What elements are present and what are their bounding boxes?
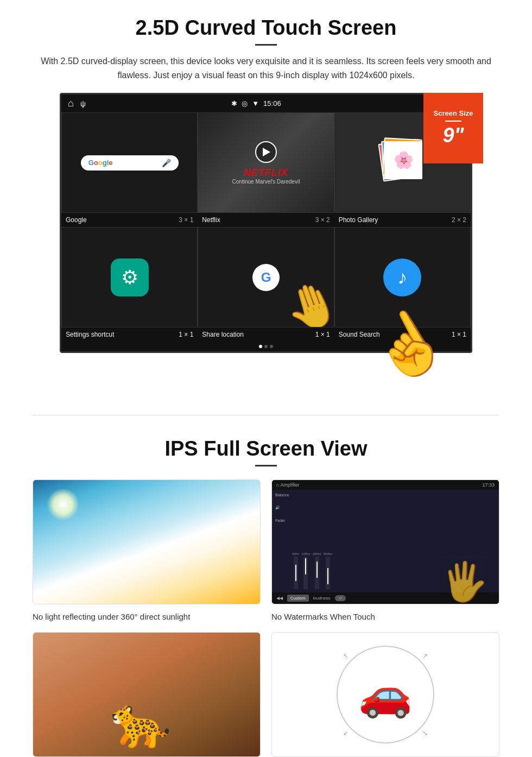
flower-icon: 🌸 [394, 150, 414, 169]
ips-item-car: 🚗 ↖ ↗ ↙ ↘ Large Viewing Angle [271, 632, 499, 757]
google-label-size: 3 × 1 [179, 216, 193, 224]
settings-label: Settings shortcut 1 × 1 [61, 327, 198, 342]
section2-title: IPS Full Screen View [33, 437, 499, 460]
amp-loudness-label: loudness [313, 596, 331, 601]
bluetooth-icon: ✱ [231, 99, 237, 108]
settings-label-name: Settings shortcut [66, 331, 114, 338]
cheetah-emoji: 🐆 [110, 694, 171, 751]
corner-arrow-bl: ↙ [343, 729, 349, 737]
car-icon: 🚗 [358, 669, 413, 720]
app-grid-bottom: ⚙ G 🤚 ♪ [61, 227, 471, 327]
netflix-label-size: 3 × 2 [315, 216, 330, 224]
sunlight-visual [33, 480, 260, 604]
corner-arrow-tr: ↗ [422, 652, 428, 660]
dot-3 [270, 345, 273, 348]
home-icon[interactable]: ⌂ [68, 98, 74, 109]
amp-top-bar: ⌂ Amplifier 17:33 [272, 480, 499, 490]
ips-grid: No light reflecting under 360° direct su… [33, 480, 499, 757]
music-icon-bg: ♪ [383, 258, 421, 297]
share-label-size: 1 × 1 [315, 331, 330, 338]
ips-item-sunlight: No light reflecting under 360° direct su… [33, 480, 261, 621]
location-icon: ◎ [242, 99, 248, 108]
settings-label-size: 1 × 1 [179, 331, 193, 338]
amp-col-2: 100hz [301, 552, 310, 589]
page: 2.5D Curved Touch Screen With 2.5D curve… [0, 0, 532, 757]
dot-2 [264, 345, 268, 348]
amp-loudness-toggle[interactable]: ○ [335, 595, 346, 601]
sound-label-name: Sound Search [339, 331, 380, 338]
status-bar: ⌂ ψ ✱ ◎ ▼ 15:06 📷 🔊 ✕ ▭ [61, 94, 471, 112]
amp-home: ⌂ Amplifier [276, 482, 299, 488]
google-app-cell[interactable]: Google 🎤 [61, 112, 198, 213]
app-grid-top: Google 🎤 NETFLIX Conti [61, 112, 471, 213]
share-label: Share location 1 × 1 [198, 327, 334, 342]
amp-slider-60hz [295, 565, 296, 581]
amplifier-image: ⌂ Amplifier 17:33 Balance 🔊 Fader [271, 480, 499, 604]
amp-left-labels: Balance 🔊 Fader [275, 493, 291, 522]
dot-1 [259, 345, 262, 348]
netflix-label-name: Netflix [202, 216, 220, 224]
amp-equalizer: 60hz 100hz [292, 493, 332, 589]
section2: IPS Full Screen View No light reflecting… [0, 426, 532, 757]
status-time: 15:06 [263, 99, 281, 108]
screen-badge-label: Screen Size [434, 109, 473, 117]
sun-glow [47, 488, 79, 521]
cheetah-image: 🐆 [33, 632, 261, 757]
gallery-label-name: Photo Gallery [339, 216, 378, 224]
mic-icon[interactable]: 🎤 [162, 159, 171, 167]
google-label: Google 3 × 1 [61, 213, 198, 227]
amp-bar-60hz [294, 557, 298, 589]
amp-slider-100hz [305, 558, 306, 575]
amp-freq-500hz: 500hz [324, 552, 332, 556]
amp-bar-200hz [315, 557, 319, 589]
sound-search-cell[interactable]: ♪ [334, 227, 471, 327]
touch-hand-icon: 🤚 [278, 274, 334, 327]
ips-item-cheetah: 🐆 Super Fast Response [33, 632, 261, 757]
amp-col-3: 200hz [313, 552, 321, 589]
wifi-icon: ▼ [252, 99, 259, 108]
screen-badge-divider [445, 121, 461, 122]
amp-nav-prev[interactable]: ◀◀ [276, 596, 283, 601]
settings-icon-bg: ⚙ [111, 258, 149, 297]
corner-arrow-tl: ↖ [343, 652, 349, 660]
google-label-name: Google [66, 216, 87, 224]
sunlight-caption: No light reflecting under 360° direct su… [33, 610, 261, 621]
app-labels-bottom: Settings shortcut 1 × 1 Share location 1… [61, 327, 471, 342]
google-logo: Google [88, 159, 113, 167]
amp-slider-200hz [316, 562, 318, 578]
ips-item-amplifier: ⌂ Amplifier 17:33 Balance 🔊 Fader [271, 480, 499, 621]
netflix-app-cell[interactable]: NETFLIX Continue Marvel's Daredevil [198, 112, 334, 213]
amp-custom-btn[interactable]: Custom [287, 595, 309, 602]
section1-title: 2.5D Curved Touch Screen [33, 16, 499, 40]
maps-letter: G [261, 270, 271, 285]
section-divider [33, 415, 499, 415]
gallery-label-size: 2 × 2 [452, 216, 466, 224]
gallery-label: Photo Gallery 2 × 2 [334, 213, 471, 227]
section1: 2.5D Curved Touch Screen With 2.5D curve… [0, 0, 532, 404]
screen-size-badge: Screen Size 9" [423, 93, 483, 163]
sound-label: Sound Search 1 × 1 [334, 327, 471, 342]
car-image: 🚗 ↖ ↗ ↙ ↘ [271, 632, 499, 757]
music-note-icon: ♪ [397, 266, 407, 289]
device-wrapper: Screen Size 9" ⌂ ψ ✱ ◎ ▼ [60, 93, 472, 353]
sound-label-size: 1 × 1 [452, 331, 466, 338]
section1-description: With 2.5D curved-display screen, this de… [33, 54, 499, 82]
netflix-label: Netflix 3 × 2 [198, 213, 334, 227]
amp-bar-100hz [303, 557, 308, 589]
play-button[interactable] [255, 141, 277, 163]
usb-icon: ψ [80, 99, 86, 108]
netflix-content: NETFLIX Continue Marvel's Daredevil [232, 141, 300, 185]
car-view-circle: 🚗 ↖ ↗ ↙ ↘ [337, 646, 434, 743]
amp-freq-200hz: 200hz [313, 552, 321, 556]
amp-bars-area: Balance 🔊 Fader 60hz [272, 490, 499, 592]
amp-freq-60hz: 60hz [292, 552, 299, 556]
screen-badge-size: 9" [442, 124, 464, 147]
dots-indicator [61, 342, 471, 351]
status-left: ⌂ ψ [68, 98, 86, 109]
amp-time: 17:33 [482, 482, 495, 488]
google-search-bar[interactable]: Google 🎤 [81, 155, 179, 171]
corner-arrow-br: ↘ [422, 729, 428, 737]
share-location-cell[interactable]: G 🤚 [198, 227, 334, 327]
settings-app-cell[interactable]: ⚙ [61, 227, 198, 327]
maps-icon: G [252, 264, 280, 291]
